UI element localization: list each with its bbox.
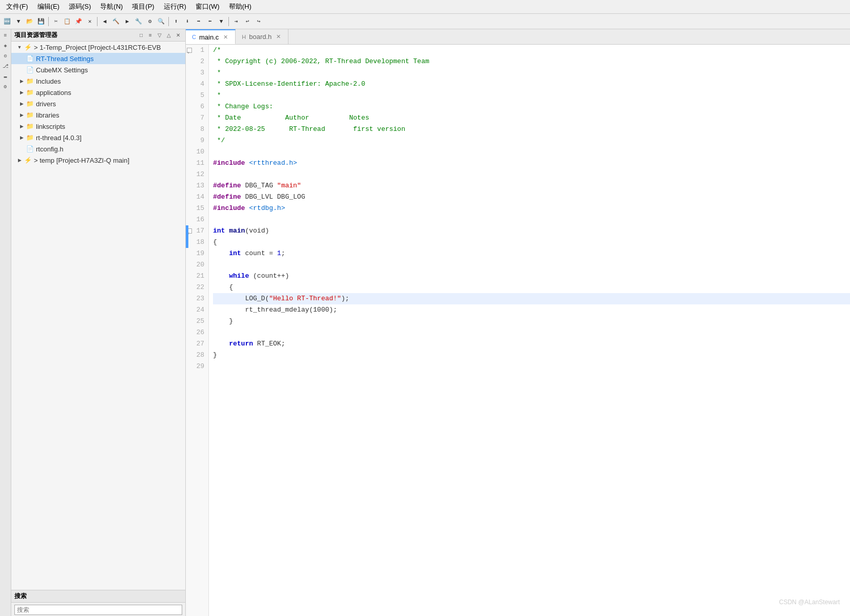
line-num-9: 9 bbox=[186, 135, 208, 146]
toolbar-left[interactable]: ⬅ bbox=[205, 16, 215, 27]
explorer-panel-title: 项目资源管理器 bbox=[14, 31, 57, 40]
explorer-action-pin[interactable]: □ bbox=[137, 31, 145, 40]
explorer-action-close[interactable]: ✕ bbox=[174, 31, 182, 40]
tree-item-linkscripts[interactable]: ▶ 📁 linkscripts bbox=[11, 121, 185, 132]
tree-label-includes: Includes bbox=[36, 78, 61, 85]
menu-source[interactable]: 源码(S) bbox=[65, 1, 95, 12]
line-num-25: 25 bbox=[186, 316, 208, 327]
line-num-7: 7 bbox=[186, 112, 208, 124]
code-line-12 bbox=[213, 169, 850, 180]
toolbar-open[interactable]: 📂 bbox=[25, 16, 35, 27]
line-num-13: 13 bbox=[186, 180, 208, 191]
toolbar-up[interactable]: ⬆ bbox=[171, 16, 181, 27]
toolbar-new[interactable]: 🆕 bbox=[2, 16, 12, 27]
activity-source-control[interactable]: ⎇ bbox=[2, 62, 10, 70]
toolbar-save[interactable]: 💾 bbox=[36, 16, 46, 27]
menu-file[interactable]: 文件(F) bbox=[2, 1, 32, 12]
rt-thread-settings-icon: 📄 bbox=[26, 54, 34, 63]
tab-main-c[interactable]: C main.c ✕ bbox=[186, 29, 236, 44]
toolbar-build-prev[interactable]: ◀ bbox=[100, 16, 110, 27]
explorer-action-expand[interactable]: △ bbox=[165, 31, 173, 40]
code-line-1: /* bbox=[213, 45, 850, 56]
toolbar-cut[interactable]: ✂ bbox=[51, 16, 61, 27]
code-line-16 bbox=[213, 214, 850, 225]
toolbar-copy[interactable]: 📋 bbox=[62, 16, 72, 27]
menu-help[interactable]: 帮助(H) bbox=[225, 1, 256, 12]
line-num-3: 3 bbox=[186, 67, 208, 79]
line-num-24: 24 bbox=[186, 304, 208, 316]
tree-item-workspace[interactable]: ▼ ⚡ > 1-Temp_Project [Project-L431RCT6-E… bbox=[11, 42, 185, 53]
line-num-20: 20 bbox=[186, 259, 208, 271]
cubemx-settings-icon: 📄 bbox=[26, 66, 34, 74]
tree-item-rtconfig[interactable]: 📄 rtconfig.h bbox=[11, 143, 185, 155]
toolbar-run-dropdown[interactable]: 🔧 bbox=[133, 16, 144, 27]
drivers-folder-icon: 📁 bbox=[26, 100, 34, 108]
tree-item-temp-project[interactable]: ▶ ⚡ > temp [Project-H7A3ZI-Q main] bbox=[11, 155, 185, 166]
toolbar-search[interactable]: 🔍 bbox=[156, 16, 166, 27]
toolbar-dropdown2[interactable]: ▼ bbox=[216, 16, 226, 27]
toolbar-indent[interactable]: ⇥ bbox=[231, 16, 241, 27]
tree-item-includes[interactable]: ▶ 📁 Includes bbox=[11, 75, 185, 87]
tree-item-applications[interactable]: ▶ 📁 applications bbox=[11, 87, 185, 98]
main-layout: ≡ ◈ ⊙ ⎇ ▬ ⚙ 项目资源管理器 □ ≡ ▽ △ ✕ bbox=[0, 29, 850, 616]
explorer-action-collapse[interactable]: ▽ bbox=[156, 31, 164, 40]
explorer-action-menu[interactable]: ≡ bbox=[146, 31, 154, 40]
toolbar-down[interactable]: ⬇ bbox=[182, 16, 192, 27]
menu-window[interactable]: 窗口(W) bbox=[191, 1, 224, 12]
tree-item-rt-thread[interactable]: ▶ 📁 rt-thread [4.0.3] bbox=[11, 132, 185, 143]
code-line-18: { bbox=[213, 237, 850, 248]
toolbar-x[interactable]: ✕ bbox=[85, 16, 95, 27]
code-line-29 bbox=[213, 361, 850, 372]
activity-explorer[interactable]: ≡ bbox=[2, 31, 10, 40]
code-line-26 bbox=[213, 327, 850, 338]
rtconfig-file-icon: 📄 bbox=[26, 145, 34, 153]
tree-item-drivers[interactable]: ▶ 📁 drivers bbox=[11, 98, 185, 109]
code-line-8: * 2022-08-25 RT-Thread first version bbox=[213, 124, 850, 135]
toolbar-build-all[interactable]: ⚙ bbox=[145, 16, 155, 27]
activity-debug[interactable]: ⊙ bbox=[2, 52, 10, 60]
tree-item-libraries[interactable]: ▶ 📁 libraries bbox=[11, 109, 185, 121]
temp-workspace-icon: ⚡ bbox=[24, 156, 32, 164]
code-line-15: #include <rtdbg.h> bbox=[213, 203, 850, 214]
tree-item-cubemx-settings[interactable]: 📄 CubeMX Settings bbox=[11, 64, 185, 75]
sidebar-panels: 项目资源管理器 □ ≡ ▽ △ ✕ ▼ ⚡ > 1-Temp_Proje bbox=[11, 29, 185, 616]
line-num-8: 8 bbox=[186, 124, 208, 135]
tree-arrow-drivers: ▶ bbox=[17, 101, 26, 106]
tab-board-h-close[interactable]: ✕ bbox=[275, 33, 282, 41]
activity-search[interactable]: ◈ bbox=[2, 42, 10, 50]
tree-label-rt-thread: rt-thread [4.0.3] bbox=[36, 134, 82, 142]
code-line-3: * bbox=[213, 67, 850, 79]
tab-main-c-close[interactable]: ✕ bbox=[222, 33, 229, 41]
search-panel-header: 搜索 bbox=[11, 590, 185, 603]
activity-terminal[interactable]: ▬ bbox=[2, 72, 10, 81]
menu-edit[interactable]: 编辑(E) bbox=[33, 1, 64, 12]
line-num-17: 17 bbox=[186, 225, 208, 237]
menu-navigate[interactable]: 导航(N) bbox=[96, 1, 127, 12]
code-line-19: int count = 1; bbox=[213, 248, 850, 259]
code-editor[interactable]: 1 2 3 4 5 6 7 8 9 10 11 12 13 14 15 16 1… bbox=[186, 45, 850, 616]
fold-indicator-1 bbox=[186, 237, 188, 248]
code-line-25: } bbox=[213, 316, 850, 327]
rt-thread-folder-icon: 📁 bbox=[26, 133, 34, 142]
activity-settings[interactable]: ⚙ bbox=[2, 83, 10, 91]
tree-item-rt-thread-settings[interactable]: 📄 RT-Thread Settings bbox=[11, 53, 185, 64]
toolbar-paste[interactable]: 📌 bbox=[73, 16, 84, 27]
line-num-5: 5 bbox=[186, 90, 208, 101]
toolbar-dropdown[interactable]: ▼ bbox=[13, 16, 24, 27]
code-line-13: #define DBG_TAG "main" bbox=[213, 180, 850, 191]
line-num-28: 28 bbox=[186, 350, 208, 361]
toolbar-back[interactable]: ↩ bbox=[242, 16, 253, 27]
toolbar-forward[interactable]: ↪ bbox=[254, 16, 264, 27]
explorer-panel-title-area: 项目资源管理器 bbox=[14, 31, 57, 40]
search-input[interactable] bbox=[14, 605, 182, 615]
toolbar-run[interactable]: ▶ bbox=[122, 16, 132, 27]
code-line-7: * Date Author Notes bbox=[213, 112, 850, 124]
line-num-22: 22 bbox=[186, 282, 208, 293]
menu-run[interactable]: 运行(R) bbox=[160, 1, 190, 12]
code-line-11: #include <rtthread.h> bbox=[213, 158, 850, 169]
menu-project[interactable]: 项目(P) bbox=[128, 1, 158, 12]
tab-board-h[interactable]: H board.h ✕ bbox=[236, 29, 288, 44]
toolbar-right[interactable]: ➡ bbox=[194, 16, 204, 27]
toolbar-build[interactable]: 🔨 bbox=[111, 16, 121, 27]
libraries-folder-icon: 📁 bbox=[26, 111, 34, 119]
